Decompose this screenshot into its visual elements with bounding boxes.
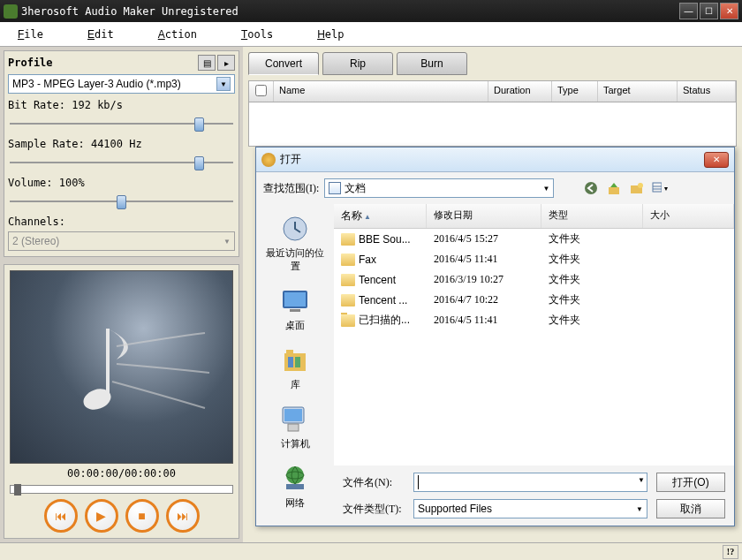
row-name: Fax [359,254,376,266]
col-type[interactable]: Type [552,81,598,102]
chevron-down-icon[interactable]: ▼ [216,77,231,91]
col-duration[interactable]: Duration [488,81,552,102]
menu-tools[interactable]: ToolsTools [241,28,273,41]
col-status[interactable]: Status [678,81,736,102]
seek-bar[interactable] [10,485,233,494]
maximize-button[interactable]: ☐ [700,3,718,19]
chevron-down-icon: ▼ [636,505,643,513]
bitrate-label: Bit Rate: 192 kb/s [8,99,235,111]
close-button[interactable]: ✕ [720,3,738,19]
profile-header: Profile [8,57,53,69]
place-desktop[interactable]: 桌面 [261,282,329,336]
row-date: 2016/4/5 15:27 [434,232,549,246]
place-computer[interactable]: 计算机 [261,400,329,454]
bitrate-slider[interactable] [8,115,235,132]
svg-rect-14 [288,357,293,367]
svg-rect-17 [284,409,302,421]
document-icon [329,182,341,194]
volume-label: Volume: 100% [8,177,235,189]
file-list-body [248,102,737,147]
dialog-title: 打开 [280,152,301,167]
dlg-col-type[interactable]: 类型 [541,204,643,228]
stop-button[interactable]: ■ [125,499,159,533]
minimize-button[interactable]: — [679,3,698,19]
back-icon[interactable] [582,179,600,197]
folder-icon [341,314,355,327]
dialog-icon [261,153,276,167]
menu-file[interactable]: FFileile [18,28,43,41]
format-combo[interactable]: MP3 - MPEG Layer-3 Audio (*.mp3) ▼ [8,74,235,94]
list-item[interactable]: Tencent2016/3/19 10:27文件夹 [334,269,734,290]
filetype-label: 文件类型(T): [343,502,405,517]
chevron-down-icon: ▼ [223,238,231,246]
dialog-close-button[interactable]: ✕ [704,152,729,168]
dlg-col-size[interactable]: 大小 [643,204,734,228]
cancel-button[interactable]: 取消 [656,499,725,518]
row-name: 已扫描的... [359,313,410,328]
preview-image [10,270,233,464]
list-item[interactable]: Fax2016/4/5 11:41文件夹 [334,249,734,269]
channels-value: 2 (Stereo) [12,235,59,247]
place-network[interactable]: 网络 [261,459,329,513]
seek-thumb[interactable] [14,484,21,496]
menu-edit[interactable]: EditEdit [87,28,114,41]
music-note-icon [55,320,214,426]
profile-expand-icon[interactable]: ▸ [217,55,235,71]
list-item[interactable]: Tencent ...2016/4/7 10:22文件夹 [334,290,734,310]
lookin-combo[interactable]: 文档 ▼ [324,178,554,198]
row-date: 2016/4/7 10:22 [434,293,549,306]
open-dialog: 打开 ✕ 查找范围(I): 文档 ▼ ▼ 最近访问的位置 桌面 [255,147,735,526]
col-name[interactable]: Name [274,81,488,102]
volume-slider[interactable] [8,193,235,210]
play-button[interactable]: ▶ [85,499,118,533]
place-library[interactable]: 库 [261,341,329,395]
next-button[interactable]: ⏭ [166,499,200,533]
list-item[interactable]: 已扫描的...2016/4/5 11:41文件夹 [334,310,734,330]
svg-rect-18 [288,424,299,431]
format-value: MP3 - MPEG Layer-3 Audio (*.mp3) [12,78,181,90]
filename-input[interactable]: ▼ [413,473,647,492]
row-date: 2016/4/5 11:41 [434,253,549,266]
menu-help[interactable]: HelpHelp [317,28,344,41]
samplerate-slider[interactable] [8,154,235,171]
row-type: 文件夹 [549,231,650,246]
status-bar: !? [0,542,742,560]
svg-point-1 [585,182,597,194]
views-icon[interactable]: ▼ [651,179,669,197]
status-grip-icon[interactable]: !? [723,545,738,559]
channels-label: Channels: [8,216,235,228]
new-folder-icon[interactable] [628,179,646,197]
prev-button[interactable]: ⏮ [44,499,78,533]
folder-icon [341,233,355,246]
samplerate-label: Sample Rate: 44100 Hz [8,138,235,150]
lookin-label: 查找范围(I): [263,181,319,196]
list-item[interactable]: BBE Sou...2016/4/5 15:27文件夹 [334,229,734,249]
dialog-titlebar: 打开 ✕ [256,148,734,172]
menu-action[interactable]: ActionAction [158,28,197,41]
profile-list-icon[interactable]: ▤ [198,55,216,71]
places-bar: 最近访问的位置 桌面 库 计算机 网络 [256,204,334,526]
folder-icon [341,274,355,286]
col-target[interactable]: Target [598,81,678,102]
filetype-combo[interactable]: Supported Files ▼ [413,499,647,518]
chevron-down-icon: ▼ [542,185,549,193]
app-title: 3herosoft Audio Maker Unregistered [21,5,238,18]
channels-combo: 2 (Stereo) ▼ [8,231,235,251]
row-type: 文件夹 [549,252,650,267]
select-all-checkbox[interactable] [255,85,267,96]
svg-point-19 [286,466,304,484]
dlg-col-name[interactable]: 名称▲ [334,204,427,228]
svg-point-4 [638,183,643,188]
titlebar: 3herosoft Audio Maker Unregistered — ☐ ✕ [0,0,742,22]
file-list-header: Name Duration Type Target Status [248,80,737,102]
tab-rip[interactable]: Rip [322,52,393,75]
up-icon[interactable] [605,179,623,197]
menu-bar: FFileile EditEdit ActionAction ToolsTool… [0,22,742,47]
place-recent[interactable]: 最近访问的位置 [261,209,329,276]
row-type: 文件夹 [549,272,650,287]
tab-convert[interactable]: Convert [248,52,319,75]
dlg-col-date[interactable]: 修改日期 [427,204,541,228]
chevron-down-icon[interactable]: ▼ [638,476,645,484]
tab-burn[interactable]: Burn [397,52,467,75]
open-button[interactable]: 打开(O) [656,473,725,492]
